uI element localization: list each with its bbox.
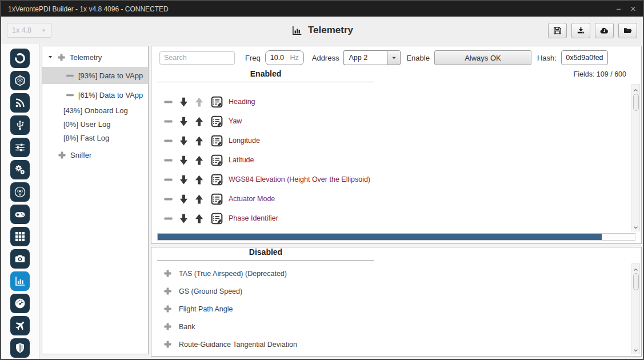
close-icon[interactable]: × [630, 4, 636, 14]
sidebar-item-icon [14, 119, 26, 131]
edit-field-icon[interactable] [210, 212, 223, 225]
scroll-thumb[interactable] [633, 273, 639, 290]
tree-item[interactable]: [43%] Onboard Log [42, 104, 148, 117]
sidebar-item-sliders[interactable] [10, 138, 30, 157]
address-select-button[interactable] [387, 50, 401, 65]
toolbar-button-cloud-download[interactable] [595, 23, 614, 38]
page-title: Telemetry [1, 17, 643, 44]
disabled-field-row: Route-Guidance Tangential Deviation [163, 335, 631, 353]
sidebar-item-icon [14, 74, 26, 87]
move-up-icon[interactable] [193, 174, 205, 186]
freq-label: Freq [245, 54, 261, 62]
move-down-icon[interactable] [178, 174, 190, 186]
vertical-scrollbar[interactable] [631, 263, 640, 354]
edit-field-icon[interactable] [210, 95, 223, 109]
tree-item[interactable]: [8%] Fast Log [42, 131, 148, 145]
sidebar-item-icon [14, 141, 26, 154]
add-field-icon[interactable] [163, 322, 173, 331]
tree-item-label: [61%] Data to VApp [78, 91, 143, 99]
toolbar-button-floppy-save[interactable] [548, 23, 567, 38]
sidebar-item-podcast[interactable] [10, 182, 30, 202]
enabled-header: Enabled Fields: 109 / 600 [151, 69, 641, 84]
move-up-icon[interactable] [193, 213, 205, 225]
edit-field-icon[interactable] [210, 115, 223, 128]
sidebar-item-grid[interactable] [10, 227, 30, 246]
expander-icon[interactable] [47, 54, 54, 60]
scroll-up-icon[interactable] [633, 265, 639, 272]
disabled-field-row: Flight Path Angle [163, 300, 631, 318]
remove-field-icon[interactable] [163, 116, 174, 127]
edit-field-icon[interactable] [210, 134, 223, 147]
move-down-icon[interactable] [178, 213, 190, 225]
tree-item[interactable]: [61%] Data to VApp [42, 86, 148, 103]
search-input[interactable] [159, 51, 235, 65]
scroll-down-icon[interactable] [633, 223, 639, 230]
edit-field-icon[interactable] [210, 154, 223, 167]
minimize-icon[interactable]: − [616, 5, 621, 13]
sidebar-item-gamepad[interactable] [10, 205, 30, 224]
sidebar-item-gears[interactable] [10, 160, 30, 179]
field-label: Bank [179, 323, 195, 331]
remove-field-icon[interactable] [163, 97, 174, 107]
remove-field-icon[interactable] [163, 213, 174, 224]
edit-field-icon[interactable] [210, 193, 223, 206]
sidebar-item-plane[interactable] [10, 316, 30, 335]
field-label: Longitude [229, 137, 260, 145]
toolbar-button-tray-download[interactable] [571, 23, 590, 38]
add-field-icon[interactable] [163, 304, 173, 314]
scroll-up-icon[interactable] [633, 86, 639, 93]
enable-condition-button[interactable]: Always OK [434, 50, 531, 65]
move-up-icon[interactable] [193, 96, 205, 108]
sidebar-item-usb[interactable] [10, 115, 30, 135]
move-down-icon[interactable] [178, 115, 190, 127]
sidebar-item-bar-chart[interactable] [10, 271, 30, 291]
field-label: Heading [229, 98, 255, 106]
move-up-icon[interactable] [193, 193, 205, 205]
hash-label: Hash: [537, 54, 557, 62]
freq-input[interactable]: 10.0 Hz [265, 50, 304, 65]
move-down-icon[interactable] [178, 135, 190, 147]
tree-item[interactable]: Sniffer [42, 147, 148, 163]
move-down-icon[interactable] [178, 154, 190, 166]
sidebar-item-gauge[interactable] [10, 294, 30, 313]
tree-item[interactable]: [0%] User Log [42, 118, 148, 131]
move-up-icon[interactable] [193, 135, 205, 147]
freq-value: 10.0 [270, 54, 284, 62]
disabled-field-row: GS (Ground Speed) [163, 282, 631, 300]
move-up-icon[interactable] [193, 154, 205, 166]
app-window: 1xVerontePDI Builder - 1x v4.8 4096 - CO… [0, 0, 644, 360]
sidebar-item-power-ring[interactable] [10, 49, 30, 68]
chevron-down-icon [41, 28, 46, 33]
address-select[interactable]: App 2 [343, 50, 401, 65]
move-up-icon[interactable] [193, 115, 205, 127]
sidebar-item-icon [14, 230, 26, 243]
usage-progress-fill [158, 234, 602, 240]
sidebar-item-icon [14, 275, 26, 287]
remove-field-icon[interactable] [163, 194, 174, 205]
sidebar-item-hex-mesh[interactable] [10, 71, 30, 90]
toolbar-button-folder-open[interactable] [618, 23, 637, 38]
add-field-icon[interactable] [163, 355, 173, 356]
sidebar-item-shield[interactable] [10, 338, 30, 358]
add-field-icon[interactable] [163, 269, 173, 278]
tree-item[interactable]: Telemetry [42, 50, 148, 65]
sidebar-item-rss[interactable] [10, 93, 30, 113]
vertical-scrollbar[interactable] [631, 84, 640, 231]
add-field-icon[interactable] [163, 286, 173, 296]
disabled-field-list: TAS (True Airspeed) (Deprecated) GS (Gro… [151, 265, 631, 356]
enabled-field-row: Heading [163, 92, 631, 111]
tree-item-icon [57, 150, 67, 160]
move-down-icon[interactable] [178, 193, 190, 205]
sidebar-item-camera[interactable] [10, 249, 30, 269]
add-field-icon[interactable] [163, 339, 173, 349]
remove-field-icon[interactable] [163, 155, 174, 166]
hash-field[interactable]: 0x5d9a0fed [561, 50, 608, 65]
remove-field-icon[interactable] [163, 135, 174, 146]
scroll-thumb[interactable] [633, 94, 639, 111]
remove-field-icon[interactable] [163, 174, 174, 185]
tree-item[interactable]: [93%] Data to VApp [42, 67, 148, 84]
scroll-down-icon[interactable] [633, 346, 639, 353]
edit-field-icon[interactable] [210, 173, 223, 186]
move-down-icon[interactable] [178, 96, 190, 108]
version-select[interactable]: 1x 4.8 [7, 23, 51, 38]
